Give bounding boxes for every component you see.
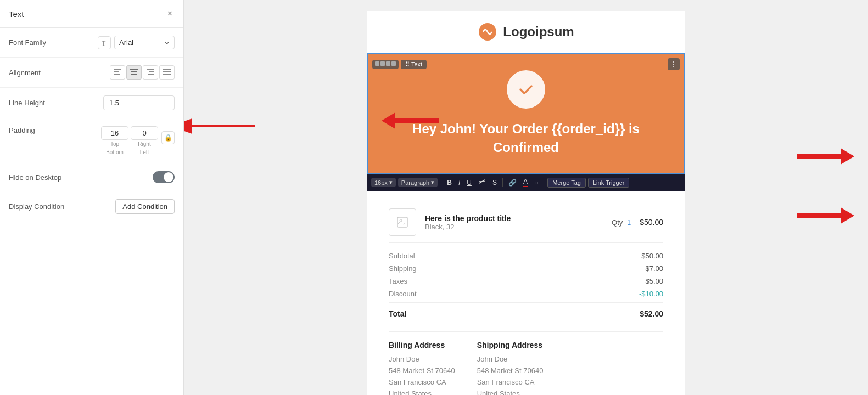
add-condition-button[interactable]: Add Condition [115,199,175,214]
billing-street: 548 Market St 70640 [389,366,455,375]
font-family-section: Font Family T Arial Helvetica Georgia [0,28,183,58]
padding-right-label: Right [138,141,150,147]
padding-section: Padding Top Right 🔒 [0,119,183,163]
strikethrough-button[interactable] [476,178,488,188]
circle-button[interactable]: ○ [532,178,540,188]
padding-right-input[interactable] [131,126,158,140]
discount-label: Discount [389,290,417,298]
shipping-country: United States [477,390,520,395]
email-hero[interactable]: ⠿Text ⋮ Hey John! Your Order {{order_id [367,53,685,174]
link-button[interactable]: 🔗 [506,178,519,188]
merge-tag-button[interactable]: Merge Tag [547,178,586,188]
padding-top-label: Top [110,141,119,147]
font-family-select[interactable]: Arial Helvetica Georgia [114,36,175,49]
alignment-section: Alignment [0,58,183,88]
paragraph-chevron: ▾ [431,179,434,186]
font-size-value: 16px [374,179,388,186]
alignment-label: Alignment [9,69,41,77]
product-price: $50.00 [640,218,663,227]
billing-name: John Doe [389,355,419,363]
shipping-value: $7.00 [645,264,663,273]
svg-rect-18 [397,217,407,227]
hero-text[interactable]: Hey John! Your Order {{order_id}} is Con… [390,120,662,156]
line-height-label: Line Height [9,99,45,107]
discount-value: -$10.00 [639,290,663,298]
shipping-street: 548 Market St 70640 [477,366,544,375]
taxes-row: Taxes $5.00 [389,277,663,285]
logo-icon-svg [478,22,497,42]
font-family-control: T Arial Helvetica Georgia [98,36,175,49]
subtotal-label: Subtotal [389,252,415,260]
padding-top-field: Top [101,126,128,147]
text-badge: ⠿Text [401,60,427,69]
hero-top-toolbar: ⠿Text ⋮ [372,58,680,70]
product-image [389,208,416,236]
align-right-button[interactable] [143,65,158,80]
display-condition-section: Display Condition Add Condition [0,191,183,222]
grid-dot-4 [391,61,396,66]
close-button[interactable]: × [165,8,175,20]
product-info: Here is the product title Black, 32 [425,214,603,231]
color-button[interactable]: A [521,177,530,188]
toolbar-separator-2 [502,178,503,187]
bold-button[interactable]: B [445,178,454,188]
padding-bottom-label: Bottom [101,149,128,155]
billing-address-title: Billing Address [389,341,455,349]
email-body: Here is the product title Black, 32 Qty … [367,191,685,395]
hide-on-desktop-toggle[interactable] [153,171,175,183]
line-height-input[interactable] [103,95,175,110]
addresses-section: Billing Address John Doe 548 Market St 7… [389,331,663,395]
font-size-dropdown[interactable]: 16px ▾ [371,178,396,187]
shipping-name: John Doe [477,355,508,363]
grid-dot-2 [380,61,385,66]
hide-on-desktop-section: Hide on Desktop [0,163,183,191]
grid-dot-3 [386,61,390,66]
padding-right-field: Right [131,126,158,147]
grand-total-row: Total $52.00 [389,302,663,318]
discount-row: Discount -$10.00 [389,290,663,298]
padding-lock-button[interactable]: 🔒 [161,131,175,144]
text-format-toolbar: 16px ▾ Paragraph ▾ B I U S [367,174,685,191]
grid-icon-box [372,60,399,69]
grand-total-label: Total [389,309,406,318]
padding-top-input[interactable] [101,126,128,140]
align-center-button[interactable] [126,65,142,80]
product-row: Here is the product title Black, 32 Qty … [389,202,663,242]
toolbar-separator-1 [441,178,441,187]
paragraph-dropdown[interactable]: Paragraph ▾ [398,178,438,187]
font-icon: T [98,36,111,49]
link-trigger-button[interactable]: Link Trigger [588,178,629,188]
padding-left-label: Left [131,149,158,155]
italic-button[interactable]: I [456,178,462,188]
three-dots-menu[interactable]: ⋮ [668,58,680,70]
panel-title: Text [9,9,24,19]
grand-total-value: $52.00 [640,309,663,318]
product-title: Here is the product title [425,214,603,223]
shipping-city: San Francisco CA [477,378,535,386]
paragraph-value: Paragraph [401,179,429,186]
font-family-label: Font Family [9,38,46,47]
qty-number: 1 [627,218,631,227]
billing-country: United States [389,390,432,395]
hero-text-confirmed: Confirmed [493,140,559,155]
hero-checkmark [507,70,545,109]
svg-point-19 [400,219,402,222]
email-logo: Logoipsum [367,11,685,53]
email-container: Logoipsum [367,11,685,384]
panel-header: Text × [0,0,183,28]
logo-text: Logoipsum [503,24,574,40]
totals-section: Subtotal $50.00 Shipping $7.00 Taxes $5.… [389,242,663,331]
align-justify-button[interactable] [159,65,175,80]
underline-button[interactable]: U [464,178,474,188]
strikethrough2-button[interactable]: S [490,178,499,188]
hide-on-desktop-label: Hide on Desktop [9,173,61,182]
subtotal-row: Subtotal $50.00 [389,252,663,260]
align-left-button[interactable] [110,65,125,80]
display-condition-label: Display Condition [9,202,64,211]
padding-controls: Top Right 🔒 [101,126,175,147]
padding-label: Padding [9,126,35,134]
taxes-value: $5.00 [645,277,663,285]
grid-dot-1 [375,61,379,66]
billing-city: San Francisco CA [389,378,446,386]
product-variant: Black, 32 [425,223,603,231]
